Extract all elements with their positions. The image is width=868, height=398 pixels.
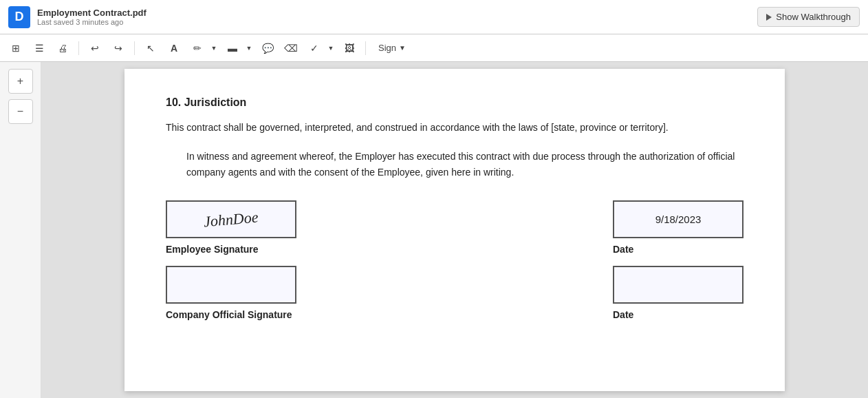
grid-icon: ⊞ — [12, 43, 20, 54]
highlight-button[interactable]: ▬ — [222, 39, 243, 58]
doc-saved: Last saved 3 minutes ago — [37, 18, 147, 26]
date-label-2: Date — [613, 309, 744, 320]
date-pair-2: Date — [613, 266, 744, 320]
zoom-out-button[interactable]: − — [8, 99, 33, 124]
text-button[interactable]: A — [164, 39, 184, 58]
zoom-in-button[interactable]: + — [8, 69, 33, 94]
signature-row-1: JohnDoe Employee Signature 9/18/2023 Dat… — [166, 200, 744, 255]
checkmark-button[interactable]: ✓ — [304, 39, 325, 58]
highlight-chevron-icon: ▼ — [246, 45, 252, 52]
eraser-button[interactable]: ⌫ — [281, 39, 301, 58]
print-icon: 🖨 — [58, 43, 67, 54]
pdf-area: 10. Jurisdiction This contract shall be … — [41, 62, 868, 398]
app-logo: D — [8, 6, 30, 28]
sign-label: Sign — [378, 43, 396, 53]
redo-icon: ↪ — [114, 43, 122, 54]
employee-sig-box[interactable]: JohnDoe — [166, 200, 296, 238]
checkmark-icon: ✓ — [310, 43, 318, 54]
highlight-group: ▬ ▼ — [222, 39, 254, 58]
image-button[interactable]: 🖼 — [339, 39, 360, 58]
comment-button[interactable]: 💬 — [257, 39, 278, 58]
eraser-icon: ⌫ — [284, 43, 298, 54]
checkmark-chevron-icon: ▼ — [328, 45, 334, 52]
zoom-out-icon: − — [17, 105, 23, 118]
pen-button[interactable]: ✏ — [187, 39, 208, 58]
toolbar: ⊞ ☰ 🖨 ↩ ↪ ↖ A ✏ ▼ ▬ ▼ 💬 ⌫ — [0, 34, 868, 62]
checkmark-dropdown[interactable]: ▼ — [325, 39, 336, 58]
text-icon: A — [171, 43, 177, 54]
toolbar-separator-3 — [365, 41, 366, 55]
grid-view-button[interactable]: ⊞ — [6, 39, 26, 58]
paragraph-witness: In witness and agreement whereof, the Em… — [186, 149, 744, 180]
date-box-2[interactable] — [613, 266, 744, 304]
employee-sig-pair: JohnDoe Employee Signature — [166, 200, 296, 255]
date-box-1[interactable]: 9/18/2023 — [613, 200, 744, 238]
signature-row-2: Company Official Signature Date — [166, 266, 744, 320]
pen-dropdown[interactable]: ▼ — [208, 39, 219, 58]
cursor-button[interactable]: ↖ — [140, 39, 161, 58]
company-sig-pair: Company Official Signature — [166, 266, 296, 320]
top-bar: D Employment Contract.pdf Last saved 3 m… — [0, 0, 868, 34]
pen-group: ✏ ▼ — [187, 39, 219, 58]
pen-icon: ✏ — [193, 43, 202, 54]
employee-sig-label: Employee Signature — [166, 244, 296, 255]
pen-chevron-icon: ▼ — [211, 45, 217, 52]
comment-icon: 💬 — [262, 43, 274, 54]
doc-title: Employment Contract.pdf — [37, 8, 147, 18]
sign-button[interactable]: Sign ▼ — [371, 40, 413, 56]
undo-button[interactable]: ↩ — [85, 39, 105, 58]
highlight-dropdown[interactable]: ▼ — [243, 39, 254, 58]
checkmark-group: ✓ ▼ — [304, 39, 336, 58]
sign-chevron-icon: ▼ — [399, 44, 406, 52]
print-button[interactable]: 🖨 — [52, 39, 73, 58]
date-value-1: 9/18/2023 — [655, 213, 702, 225]
cursor-icon: ↖ — [147, 43, 155, 54]
pdf-page: 10. Jurisdiction This contract shall be … — [124, 69, 785, 391]
play-icon — [766, 14, 772, 21]
doc-info: Employment Contract.pdf Last saved 3 min… — [37, 8, 147, 26]
section-heading: 10. Jurisdiction — [166, 96, 744, 109]
top-bar-left: D Employment Contract.pdf Last saved 3 m… — [8, 6, 147, 28]
left-sidebar: + − — [0, 62, 41, 398]
show-walkthrough-button[interactable]: Show Walkthrough — [757, 7, 860, 27]
date-label-1: Date — [613, 244, 744, 255]
date-pair-1: 9/18/2023 Date — [613, 200, 744, 255]
zoom-in-icon: + — [17, 75, 23, 87]
list-icon: ☰ — [35, 43, 44, 54]
image-icon: 🖼 — [345, 43, 354, 54]
list-view-button[interactable]: ☰ — [29, 39, 50, 58]
redo-button[interactable]: ↪ — [108, 39, 129, 58]
company-sig-label: Company Official Signature — [166, 309, 296, 320]
toolbar-separator-1 — [78, 41, 79, 55]
undo-icon: ↩ — [91, 43, 99, 54]
toolbar-separator-2 — [134, 41, 135, 55]
paragraph-jurisdiction: This contract shall be governed, interpr… — [166, 120, 744, 135]
company-sig-box[interactable] — [166, 266, 296, 304]
employee-sig-image: JohnDoe — [203, 208, 259, 231]
main-layout: + − 10. Jurisdiction This contract shall… — [0, 62, 868, 398]
highlight-icon: ▬ — [228, 43, 237, 54]
